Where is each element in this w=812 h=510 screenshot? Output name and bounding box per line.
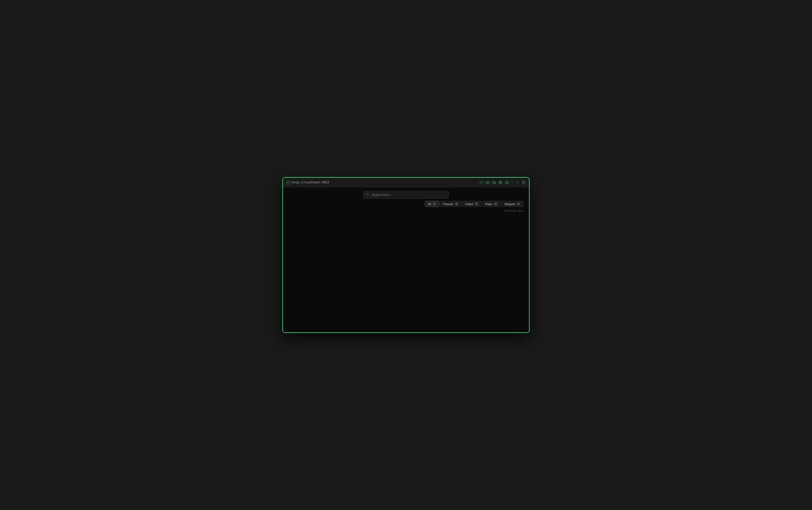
filter-all-button[interactable]: All 0 bbox=[425, 201, 440, 207]
globe-icon[interactable] bbox=[499, 181, 502, 184]
filter-flaky-button[interactable]: Flaky 0 bbox=[482, 201, 501, 207]
titlebar-actions bbox=[479, 180, 526, 185]
main-content bbox=[283, 216, 529, 332]
camera-icon[interactable] bbox=[486, 181, 490, 184]
filter-row: All 0 Passed 0 Failed 0 Flaky 0 bbox=[288, 201, 524, 207]
skipped-count-badge: 0 bbox=[516, 202, 521, 206]
all-count-badge: 0 bbox=[432, 202, 437, 206]
browser-window: i http://localhost:9323 bbox=[283, 177, 529, 333]
inbox-icon[interactable] bbox=[492, 181, 496, 184]
filter-failed-button[interactable]: Failed 0 bbox=[462, 201, 482, 207]
svg-rect-4 bbox=[523, 181, 525, 184]
flaky-count-badge: 0 bbox=[494, 202, 498, 206]
toolbar: All 0 Passed 0 Failed 0 Flaky 0 bbox=[283, 187, 529, 216]
filter-passed-button[interactable]: Passed 0 bbox=[440, 201, 462, 207]
content-area: All 0 Passed 0 Failed 0 Flaky 0 bbox=[283, 187, 529, 332]
search-input[interactable] bbox=[363, 191, 449, 199]
svg-point-3 bbox=[506, 182, 508, 183]
filter-skipped-button[interactable]: Skipped 0 bbox=[501, 201, 524, 207]
code-icon[interactable] bbox=[516, 181, 519, 184]
total-time: Total time: 0ms bbox=[288, 209, 524, 214]
search-row bbox=[288, 191, 524, 199]
settings-icon[interactable] bbox=[505, 181, 509, 184]
passed-count-badge: 0 bbox=[454, 202, 459, 206]
titlebar: i http://localhost:9323 bbox=[283, 178, 529, 187]
sidebar-toggle-icon[interactable] bbox=[522, 181, 526, 184]
link-icon[interactable] bbox=[479, 181, 483, 184]
filter-group: All 0 Passed 0 Failed 0 Flaky 0 bbox=[425, 201, 524, 207]
search-container bbox=[363, 191, 449, 199]
info-icon: i bbox=[286, 181, 290, 184]
url-bar[interactable]: http://localhost:9323 bbox=[292, 181, 329, 184]
titlebar-info: i http://localhost:9323 bbox=[286, 181, 477, 184]
failed-count-badge: 0 bbox=[474, 202, 479, 206]
svg-point-0 bbox=[487, 182, 488, 183]
